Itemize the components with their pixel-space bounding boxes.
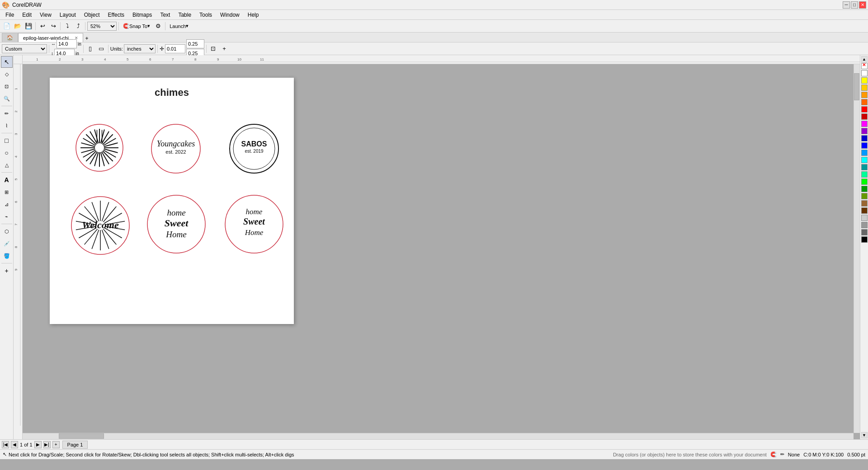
launch-button[interactable]: Launch ▾ xyxy=(167,21,191,31)
text-tool[interactable]: A xyxy=(1,174,13,186)
add-tool[interactable]: + xyxy=(1,265,13,277)
units-select[interactable]: inches mm cm pixels xyxy=(124,44,156,53)
open-button[interactable]: 📂 xyxy=(13,21,23,31)
palette-scroll-up[interactable]: ▲ xyxy=(861,56,868,62)
table-tool[interactable]: ⊞ xyxy=(1,186,13,198)
color-purple[interactable] xyxy=(861,128,868,134)
color-dark-gray[interactable] xyxy=(861,229,868,235)
menu-item-file[interactable]: File xyxy=(2,11,18,19)
starburst-design xyxy=(75,123,124,173)
menu-item-object[interactable]: Object xyxy=(80,11,104,19)
polygon-tool[interactable]: △ xyxy=(1,159,13,171)
undo-button[interactable]: ↩ xyxy=(38,21,47,31)
color-dark-orange[interactable] xyxy=(861,99,868,105)
left-toolbox: ↖ ◇ ⊡ 🔍 ✏ ⌇ □ ○ △ A ⊞ ⊿ ⌁ ⬡ 💉 🪣 + xyxy=(0,55,14,439)
import-button[interactable]: ⤵ xyxy=(62,21,72,31)
eyedropper-tool[interactable]: 💉 xyxy=(1,238,13,249)
nudge2-input[interactable] xyxy=(186,39,204,48)
zoom-tool[interactable]: 🔍 xyxy=(1,93,13,104)
redo-button[interactable]: ↪ xyxy=(48,21,58,31)
new-button[interactable]: 📄 xyxy=(2,21,12,31)
color-red[interactable] xyxy=(861,106,868,113)
color-magenta[interactable] xyxy=(861,121,868,127)
palette-scroll-down[interactable]: ▼ xyxy=(861,432,868,438)
width-input[interactable] xyxy=(57,39,77,48)
menu-item-effects[interactable]: Effects xyxy=(104,11,128,19)
menu-item-view[interactable]: View xyxy=(36,11,55,19)
rectangle-tool[interactable]: □ xyxy=(1,135,13,146)
menu-item-window[interactable]: Window xyxy=(217,11,243,19)
add-page-nav-button[interactable]: + xyxy=(52,441,60,448)
main-layout: ↖ ◇ ⊡ 🔍 ✏ ⌇ □ ○ △ A ⊞ ⊿ ⌁ ⬡ 💉 🪣 + 1 xyxy=(0,55,868,439)
crop-tool[interactable]: ⊡ xyxy=(1,80,13,92)
pointer-tool[interactable]: ↖ xyxy=(1,56,13,68)
hscroll-thumb[interactable] xyxy=(59,433,104,439)
save-button[interactable]: 💾 xyxy=(24,21,33,31)
color-cyan[interactable] xyxy=(861,157,868,163)
close-button[interactable]: ✕ xyxy=(859,1,866,9)
color-light-blue[interactable] xyxy=(861,150,868,156)
minimize-button[interactable]: ─ xyxy=(843,1,850,9)
add-page-button[interactable]: + xyxy=(219,44,229,54)
color-dark-green[interactable] xyxy=(861,186,868,192)
maximize-button[interactable]: □ xyxy=(851,1,858,9)
chimes-title: chimes xyxy=(155,87,189,99)
color-green[interactable] xyxy=(861,179,868,185)
blend-tool[interactable]: ⬡ xyxy=(1,226,13,237)
color-gray[interactable] xyxy=(861,222,868,228)
color-none[interactable]: ✕ xyxy=(861,63,868,69)
color-orange[interactable] xyxy=(861,92,868,98)
smart-fill-tool[interactable]: ⌇ xyxy=(1,120,13,132)
first-page-button[interactable]: |◀ xyxy=(2,441,9,448)
vertical-scrollbar[interactable] xyxy=(854,64,860,433)
home-tab[interactable]: 🏠 xyxy=(2,33,18,42)
settings-button[interactable]: ⚙ xyxy=(153,21,163,31)
color-white[interactable] xyxy=(861,70,868,76)
menu-item-help[interactable]: Help xyxy=(244,11,263,19)
page-tab[interactable]: Page 1 xyxy=(62,441,88,449)
menu-item-bitmaps[interactable]: Bitmaps xyxy=(129,11,156,19)
preset-select[interactable]: Custom Letter A4 xyxy=(2,44,47,53)
color-dark-brown[interactable] xyxy=(861,207,868,214)
export-button[interactable]: ⤴ xyxy=(73,21,83,31)
menu-item-text[interactable]: Text xyxy=(156,11,174,19)
menu-item-tools[interactable]: Tools xyxy=(196,11,216,19)
fill-tool[interactable]: 🪣 xyxy=(1,250,13,262)
nudge1-input[interactable] xyxy=(165,44,185,53)
svg-text:Home: Home xyxy=(245,228,264,237)
color-teal[interactable] xyxy=(861,164,868,170)
prev-page-button[interactable]: ◀ xyxy=(11,441,18,448)
ellipse-tool[interactable]: ○ xyxy=(1,147,13,159)
color-light-gray[interactable] xyxy=(861,215,868,221)
connector-tool[interactable]: ⌁ xyxy=(1,211,13,222)
color-brown[interactable] xyxy=(861,200,868,207)
color-blue[interactable] xyxy=(861,142,868,149)
vscroll-thumb[interactable] xyxy=(854,73,859,100)
status-hint: Next click for Drag/Scale; Second click … xyxy=(9,452,294,457)
color-dark-red[interactable] xyxy=(861,113,868,120)
portrait-button[interactable]: ▯ xyxy=(85,44,95,54)
color-dark-blue[interactable] xyxy=(861,135,868,141)
horizontal-scrollbar[interactable] xyxy=(23,433,854,439)
menu-item-table[interactable]: Table xyxy=(175,11,195,19)
color-olive[interactable] xyxy=(861,193,868,199)
landscape-button[interactable]: ▭ xyxy=(96,44,106,54)
svg-text:3: 3 xyxy=(81,57,84,61)
right-color-palette: ▲ ✕ ▼ xyxy=(860,55,868,439)
snap-to-button[interactable]: 🧲 Snap To ▾ xyxy=(121,21,152,31)
node-tool[interactable]: ◇ xyxy=(1,68,13,80)
app-logo: 🎨 xyxy=(2,1,9,9)
new-tab-button[interactable]: + xyxy=(83,35,90,42)
next-page-button[interactable]: ▶ xyxy=(34,441,42,448)
page-border-button[interactable]: ⊡ xyxy=(208,44,218,54)
menu-item-layout[interactable]: Layout xyxy=(56,11,80,19)
menu-item-edit[interactable]: Edit xyxy=(19,11,35,19)
dimension-tool[interactable]: ⊿ xyxy=(1,198,13,210)
last-page-button[interactable]: ▶| xyxy=(43,441,51,448)
zoom-select[interactable]: 52% 100% 75% 50% 25% xyxy=(87,22,117,31)
color-yellow[interactable] xyxy=(861,77,868,84)
freehand-tool[interactable]: ✏ xyxy=(1,108,13,119)
color-black[interactable] xyxy=(861,236,868,243)
color-light-orange[interactable] xyxy=(861,85,868,91)
color-light-green[interactable] xyxy=(861,171,868,178)
